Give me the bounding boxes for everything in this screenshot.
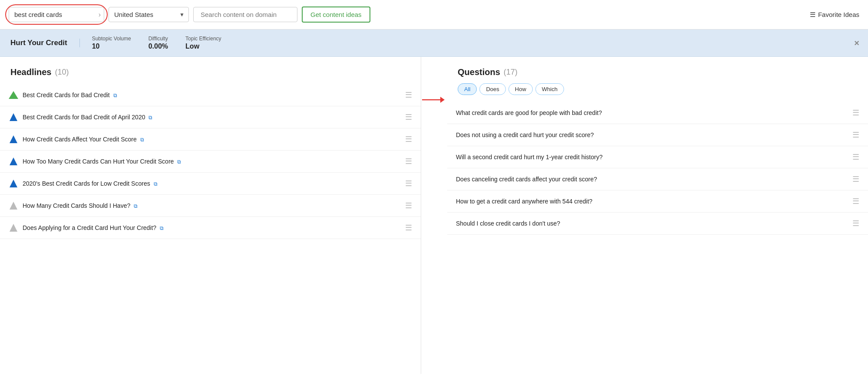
headline-text: Best Credit Cards for Bad Credit ⧉	[23, 92, 401, 98]
blue-triangle-icon	[9, 112, 18, 122]
menu-icon[interactable]: ☰	[852, 219, 859, 228]
list-item: Should I close credit cards I don't use?…	[447, 213, 868, 235]
header: › United States United Kingdom Canada ▼ …	[0, 0, 868, 30]
search-arrow-icon: ›	[99, 11, 101, 19]
external-link-icon[interactable]: ⧉	[113, 92, 117, 98]
menu-icon[interactable]: ☰	[405, 201, 412, 210]
headline-text: Does Applying for a Credit Card Hurt You…	[23, 224, 401, 231]
topic-efficiency-label: Topic Efficiency	[185, 36, 221, 42]
list-item: How Credit Cards Affect Your Credit Scor…	[0, 128, 421, 151]
subtopic-volume-label: Subtopic Volume	[92, 36, 131, 42]
close-button[interactable]: ×	[854, 38, 859, 48]
menu-icon[interactable]: ☰	[852, 108, 859, 118]
red-arrow-icon	[421, 95, 445, 105]
info-bar-title: Hurt Your Credit	[10, 39, 80, 47]
questions-label: Questions	[458, 67, 500, 77]
favorite-ideas-label: Favorite Ideas	[818, 11, 859, 18]
menu-icon[interactable]: ☰	[852, 152, 859, 162]
list-item: Does canceling credit cards affect your …	[447, 168, 868, 190]
menu-icon[interactable]: ☰	[405, 90, 412, 100]
filter-tab-all[interactable]: All	[458, 83, 477, 95]
list-item: How Many Credit Cards Should I Have? ⧉ ☰	[0, 195, 421, 217]
list-item: Best Credit Cards for Bad Credit of Apri…	[0, 106, 421, 128]
keyword-input[interactable]	[9, 7, 104, 22]
gray-triangle-icon	[9, 201, 18, 210]
list-item: Does not using a credit card hurt your c…	[447, 124, 868, 146]
difficulty-value: 0.00%	[149, 43, 168, 50]
topic-efficiency-metric: Topic Efficiency Low	[185, 36, 221, 50]
list-item: How Too Many Credit Cards Can Hurt Your …	[0, 151, 421, 173]
filter-tab-does[interactable]: Does	[479, 83, 505, 95]
info-bar: Hurt Your Credit Subtopic Volume 10 Diff…	[0, 30, 868, 57]
external-link-icon[interactable]: ⧉	[177, 159, 181, 165]
external-link-icon[interactable]: ⧉	[149, 115, 152, 121]
question-text: How to get a credit card anywhere with 5…	[456, 198, 848, 205]
list-item: Will a second credit card hurt my 1-year…	[447, 146, 868, 168]
country-select[interactable]: United States United Kingdom Canada	[109, 7, 189, 22]
blue-triangle-icon	[9, 134, 18, 144]
menu-icon[interactable]: ☰	[405, 157, 412, 166]
external-link-icon[interactable]: ⧉	[140, 137, 144, 143]
list-item: Does Applying for a Credit Card Hurt You…	[0, 217, 421, 239]
topic-efficiency-value: Low	[185, 43, 221, 50]
list-item: What credit cards are good for people wi…	[447, 102, 868, 124]
svg-marker-1	[440, 97, 445, 103]
headline-text: Best Credit Cards for Bad Credit of Apri…	[23, 114, 401, 121]
questions-section-header: Questions (17)	[447, 67, 868, 83]
list-item: 2020's Best Credit Cards for Low Credit …	[0, 173, 421, 195]
subtopic-volume-value: 10	[92, 43, 131, 50]
menu-icon[interactable]: ☰	[405, 179, 412, 188]
difficulty-metric: Difficulty 0.00%	[149, 36, 168, 50]
menu-icon[interactable]: ☰	[405, 112, 412, 122]
headlines-count: (10)	[55, 68, 69, 77]
list-item: How to get a credit card anywhere with 5…	[447, 190, 868, 213]
questions-panel: Questions (17) All Does How Which What c…	[447, 57, 868, 374]
filter-tabs: All Does How Which	[447, 83, 868, 102]
headline-text: 2020's Best Credit Cards for Low Credit …	[23, 180, 401, 187]
questions-count: (17)	[504, 68, 518, 77]
hamburger-icon: ☰	[810, 11, 815, 19]
headlines-section-title: Headlines (10)	[0, 67, 421, 84]
menu-icon[interactable]: ☰	[852, 130, 859, 140]
domain-search-input[interactable]	[193, 7, 297, 22]
main-content: Headlines (10) Best Credit Cards for Bad…	[0, 57, 868, 374]
favorite-ideas-button[interactable]: ☰ Favorite Ideas	[810, 11, 859, 19]
question-text: Does not using a credit card hurt your c…	[456, 131, 848, 138]
headlines-label: Headlines	[10, 67, 51, 77]
menu-icon[interactable]: ☰	[852, 174, 859, 184]
external-link-icon[interactable]: ⧉	[134, 203, 138, 209]
headline-text: How Many Credit Cards Should I Have? ⧉	[23, 202, 401, 209]
list-item: Best Credit Cards for Bad Credit ⧉ ☰	[0, 84, 421, 106]
menu-icon[interactable]: ☰	[405, 223, 412, 233]
question-text: Should I close credit cards I don't use?	[456, 220, 848, 227]
headline-text: How Too Many Credit Cards Can Hurt Your …	[23, 158, 401, 165]
subtopic-volume-metric: Subtopic Volume 10	[92, 36, 131, 50]
keyword-search-wrapper: ›	[9, 7, 104, 22]
menu-icon[interactable]: ☰	[852, 197, 859, 206]
headlines-panel: Headlines (10) Best Credit Cards for Bad…	[0, 57, 421, 374]
gray-triangle-icon	[9, 223, 18, 233]
filter-tab-how[interactable]: How	[508, 83, 533, 95]
external-link-icon[interactable]: ⧉	[154, 181, 158, 187]
filter-tab-which[interactable]: Which	[535, 83, 564, 95]
blue-triangle-icon	[9, 157, 18, 166]
question-text: Will a second credit card hurt my 1-year…	[456, 154, 848, 161]
arrow-container	[421, 57, 447, 374]
menu-icon[interactable]: ☰	[405, 134, 412, 144]
country-select-wrapper: United States United Kingdom Canada ▼	[109, 7, 189, 22]
question-text: Does canceling credit cards affect your …	[456, 176, 848, 183]
green-triangle-icon	[9, 90, 18, 100]
question-text: What credit cards are good for people wi…	[456, 109, 848, 116]
blue-triangle-icon	[9, 179, 18, 188]
external-link-icon[interactable]: ⧉	[160, 225, 164, 231]
difficulty-label: Difficulty	[149, 36, 168, 42]
get-content-ideas-button[interactable]: Get content ideas	[302, 7, 370, 23]
headline-text: How Credit Cards Affect Your Credit Scor…	[23, 136, 401, 143]
